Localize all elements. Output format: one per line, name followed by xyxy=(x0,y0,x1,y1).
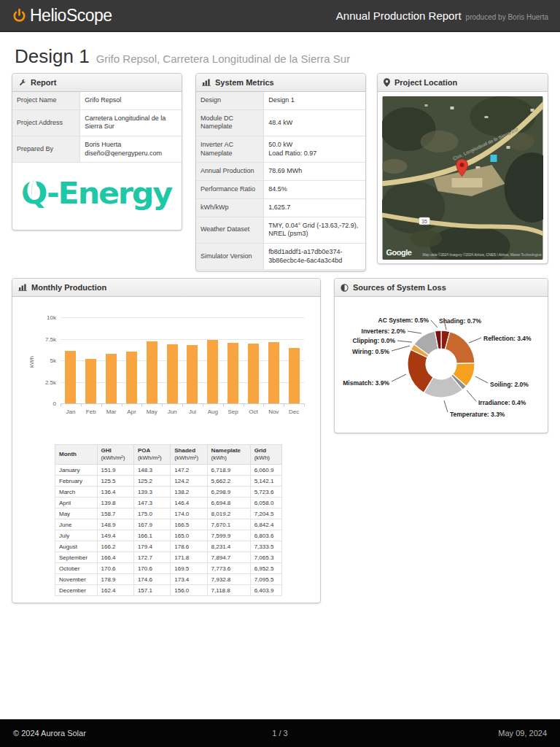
x-axis-tick: Jul xyxy=(182,409,203,415)
x-axis-tick: Jun xyxy=(162,409,182,415)
helioscope-logo: HelioScope xyxy=(12,6,112,26)
info-row: Project AddressCarretera Longitudinal de… xyxy=(12,109,182,136)
monthly-production-title: Monthly Production xyxy=(31,283,106,292)
x-axis-tick: Dec xyxy=(284,409,304,415)
x-axis-tick: Oct xyxy=(243,409,263,415)
bar-May xyxy=(147,341,158,403)
table-row: March136.4139.3138.26,298.95,723.6 xyxy=(55,487,282,498)
report-panel-title: Report xyxy=(31,78,56,87)
info-row: DesignDesign 1 xyxy=(196,92,365,109)
footer-date: May 09, 2024 xyxy=(498,729,547,738)
project-location-title: Project Location xyxy=(394,78,457,87)
logo-text: HelioScope xyxy=(30,6,112,26)
satellite-map: 35 Ctra. Longitudinal de la Sierra Sur G… xyxy=(382,96,543,260)
system-loss-title: Sources of System Loss xyxy=(353,283,446,292)
table-row: July149.4166.1165.07,599.96,803.6 xyxy=(55,530,282,541)
metrics-info-table: DesignDesign 1Module DC Nameplate48.4 kW… xyxy=(196,92,365,270)
column-header: GHI(kWh/m²) xyxy=(97,445,133,465)
info-row: Module DC Nameplate48.4 kW xyxy=(196,109,365,136)
donut-label-inverters: Inverters: 2.0% xyxy=(362,328,406,335)
bar-chart-icon xyxy=(202,79,211,86)
x-axis-tick: Feb xyxy=(81,409,101,415)
top-bar: HelioScope Annual Production Report prod… xyxy=(0,0,560,32)
table-row: April139.8147.3146.46,694.86,058.0 xyxy=(55,498,282,508)
system-loss-donut-chart: Shading: 0.7%Reflection: 3.4%Soiling: 2.… xyxy=(335,297,548,433)
power-icon xyxy=(12,8,27,23)
donut-slice-reflection xyxy=(445,332,475,364)
page-subtitle: Grifo Repsol, Carretera Longitudinal de … xyxy=(96,53,351,65)
donut-label-temperature: Temperature: 3.3% xyxy=(450,411,505,418)
y-axis-tick: 10k xyxy=(27,314,56,321)
column-header: Month xyxy=(55,445,98,465)
route-shield: 35 xyxy=(419,217,430,225)
table-row: October170.6170.6169.57,773.66,952.5 xyxy=(55,563,282,574)
table-row: June148.9167.9166.57,670.16,842.4 xyxy=(55,519,282,530)
bar-Aug xyxy=(207,340,218,403)
info-row: Weather DatasetTMY, 0.04° Grid (-13.63,-… xyxy=(196,217,365,243)
y-axis-tick: 2.5k xyxy=(27,379,56,386)
bar-chart-icon xyxy=(18,284,27,291)
qenergy-logo-text: Q-Energy xyxy=(21,177,173,210)
table-row: November178.9174.6173.47,932.87,095.5 xyxy=(55,574,282,585)
map-pin-icon xyxy=(384,78,390,87)
info-row: Inverter AC Nameplate50.0 kWLoad Ratio: … xyxy=(196,136,365,163)
table-row: December162.4157.1156.07,118.86,403.9 xyxy=(55,585,282,596)
table-row: February125.5125.2124.25,662.25,142.1 xyxy=(55,476,282,487)
project-location-panel: Project Location 35 Ctra. xyxy=(377,73,548,264)
donut-label-wiring: Wiring: 0.5% xyxy=(352,348,389,355)
report-info-table: Project NameGrifo RepsolProject AddressC… xyxy=(12,92,182,163)
table-row: January151.9148.3147.26,718.96,060.9 xyxy=(55,465,282,476)
x-axis-tick: Apr xyxy=(121,409,141,415)
x-axis-tick: May xyxy=(141,409,162,415)
qenergy-logo-icon: Q-Energy xyxy=(21,171,173,212)
wrench-icon xyxy=(18,79,26,87)
monthly-production-chart: 02.5k5k7.5k10kkWhJanFebMarAprMayJunJulAu… xyxy=(12,297,320,440)
route-shield-label: 35 xyxy=(421,219,427,224)
system-metrics-panel: System Metrics DesignDesign 1Module DC N… xyxy=(195,73,366,271)
map-attribution: Map data ©2024 Imagery ©2024 Airbus, CNE… xyxy=(423,252,542,257)
donut-label-reflection: Reflection: 3.4% xyxy=(483,335,532,342)
bar-Dec xyxy=(289,348,300,403)
bar-Jan xyxy=(65,351,76,403)
page-footer: © 2024 Aurora Solar 1 / 3 May 09, 2024 xyxy=(0,719,560,747)
bar-Feb xyxy=(85,359,96,403)
monthly-production-panel: Monthly Production 02.5k5k7.5k10kkWhJanF… xyxy=(12,278,321,603)
table-row: August166.2179.4178.68,231.47,333.5 xyxy=(55,541,282,552)
bar-Jun xyxy=(167,344,178,403)
info-row: kWh/kWp1,625.7 xyxy=(196,198,365,217)
column-header: Nameplate(kWh) xyxy=(207,445,250,465)
info-row: Project NameGrifo Repsol xyxy=(12,92,182,109)
report-panel: Report Project NameGrifo RepsolProject A… xyxy=(12,73,182,231)
bar-Sep xyxy=(228,343,238,403)
donut-label-mismatch: Mismatch: 3.9% xyxy=(343,379,389,387)
google-logo: Google xyxy=(386,248,412,257)
page-title: Design 1 xyxy=(15,45,90,68)
donut-label-soiling: Soiling: 2.0% xyxy=(490,381,529,388)
y-axis-tick: 7.5k xyxy=(27,336,56,343)
company-logo: Q-Energy xyxy=(12,163,182,221)
donut-label-ac-system: AC System: 0.5% xyxy=(378,317,429,324)
half-circle-icon xyxy=(341,284,349,292)
bar-Jul xyxy=(187,345,198,403)
column-header: Shaded(kWh/m²) xyxy=(171,445,207,465)
info-row: Annual Production78.69 MWh xyxy=(196,163,365,181)
bar-Apr xyxy=(126,352,137,403)
report-title: Annual Production Report xyxy=(336,9,462,22)
x-axis-tick: Aug xyxy=(203,409,223,415)
donut-label-irradiance: Irradiance: 0.4% xyxy=(478,399,526,406)
y-axis-tick: 0 xyxy=(27,400,56,407)
table-row: September166.4172.7171.87,894.77,065.3 xyxy=(55,552,282,563)
column-header: POA(kWh/m²) xyxy=(133,445,170,465)
y-axis-label: kWh xyxy=(28,356,35,368)
x-axis-tick: Sep xyxy=(223,409,244,415)
system-metrics-title: System Metrics xyxy=(215,78,274,87)
info-row: Prepared ByBoris Huertadiseño@qenergyper… xyxy=(12,136,182,163)
x-axis-tick: Mar xyxy=(101,409,122,415)
footer-copyright: © 2024 Aurora Solar xyxy=(13,729,86,738)
x-axis-tick: Jan xyxy=(61,409,81,415)
pool xyxy=(491,155,497,162)
bar-Nov xyxy=(268,342,279,403)
monthly-production-table: MonthGHI(kWh/m²)POA(kWh/m²)Shaded(kWh/m²… xyxy=(55,444,282,596)
donut-label-clipping: Clipping: 0.0% xyxy=(352,337,395,344)
donut-label-shading: Shading: 0.7% xyxy=(439,317,482,325)
